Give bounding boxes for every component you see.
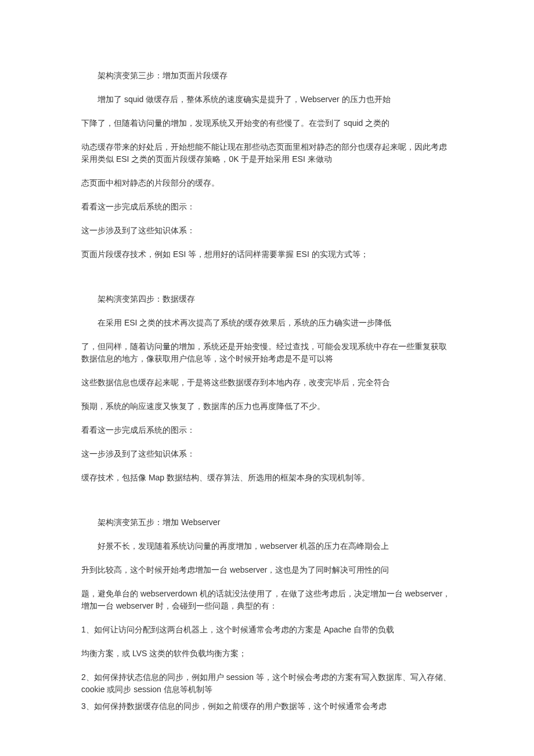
section4-title: 架构演变第四步：数据缓存 [81, 293, 453, 305]
section3-line3: 动态缓存带来的好处后，开始想能不能让现在那些动态页面里相对静态的部分也缓存起来呢… [81, 141, 453, 165]
section4-line1: 在采用 ESI 之类的技术再次提高了系统的缓存效果后，系统的压力确实进一步降低 [81, 317, 453, 329]
section5-line5: 均衡方案，或 LVS 这类的软件负载均衡方案； [81, 648, 453, 660]
section4-line5: 看看这一步完成后系统的图示： [81, 424, 453, 436]
section3-line7: 页面片段缓存技术，例如 ESI 等，想用好的话同样需要掌握 ESI 的实现方式等… [81, 248, 453, 261]
section5-line1: 好景不长，发现随着系统访问量的再度增加，webserver 机器的压力在高峰期会… [81, 540, 453, 552]
section4-line4: 预期，系统的响应速度又恢复了，数据库的压力也再度降低了不少。 [81, 400, 453, 413]
section3-line4: 态页面中相对静态的片段部分的缓存。 [81, 177, 453, 189]
section5-title: 架构演变第五步：增加 Webserver [81, 516, 453, 529]
section4-line2: 了，但同样，随着访问量的增加，系统还是开始变慢。经过查找，可能会发现系统中存在一… [81, 341, 453, 365]
section3-line1: 增加了 squid 做缓存后，整体系统的速度确实是提升了，Webserver 的… [81, 93, 453, 106]
section3-line5: 看看这一步完成后系统的图示： [81, 201, 453, 213]
document-page: 架构演变第三步：增加页面片段缓存 增加了 squid 做缓存后，整体系统的速度确… [0, 0, 534, 756]
section5-line6: 2、如何保持状态信息的同步，例如用户 session 等，这个时候会考虑的方案有… [81, 671, 453, 696]
section5-line4: 1、如何让访问分配到这两台机器上，这个时候通常会考虑的方案是 Apache 自带… [81, 624, 453, 636]
section3-title: 架构演变第三步：增加页面片段缓存 [81, 70, 453, 82]
section5-line2: 升到比较高，这个时候开始考虑增加一台 webserver，这也是为了同时解决可用… [81, 564, 453, 576]
section5-line3: 题，避免单台的 webserverdown 机的话就没法使用了，在做了这些考虑后… [81, 588, 453, 612]
section4-line7: 缓存技术，包括像 Map 数据结构、缓存算法、所选用的框架本身的实现机制等。 [81, 472, 453, 484]
section3-line2: 下降了，但随着访问量的增加，发现系统又开始变的有些慢了。在尝到了 squid 之… [81, 117, 453, 129]
section4-line6: 这一步涉及到了这些知识体系： [81, 448, 453, 460]
section4-line3: 这些数据信息也缓存起来呢，于是将这些数据缓存到本地内存，改变完毕后，完全符合 [81, 377, 453, 389]
section3-line6: 这一步涉及到了这些知识体系： [81, 225, 453, 237]
section5-line7: 3、如何保持数据缓存信息的同步，例如之前缓存的用户数据等，这个时候通常会考虑 [81, 700, 453, 712]
